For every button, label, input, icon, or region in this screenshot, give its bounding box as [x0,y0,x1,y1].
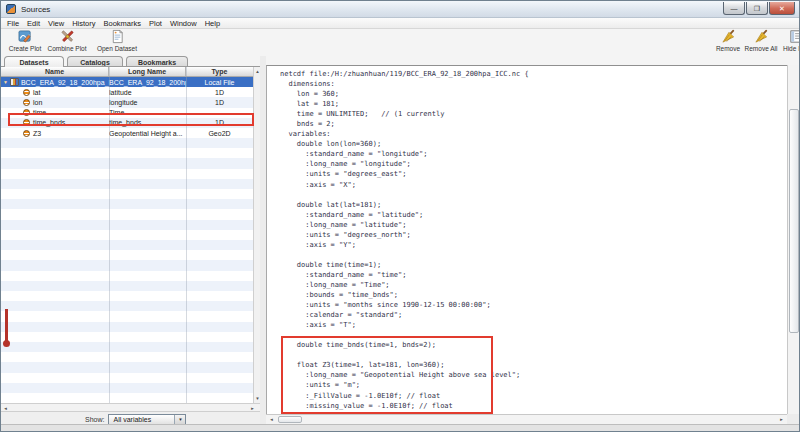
toolbar: Create Plot Combine Plot Open Dataset [1,29,799,56]
code-line: bnds = 2; [280,119,529,129]
remove-broom-icon [721,29,736,44]
variable-long-name: time_bnds [109,118,186,128]
code-line: double time(time=1); [280,260,529,270]
code-line [280,250,529,260]
show-variables-value: All variables [109,416,174,423]
code-line: :long_name = "longitude"; [280,159,529,169]
table-horizontal-scrollbar[interactable]: ◄ ► [1,403,260,412]
open-dataset-label: Open Dataset [97,45,137,52]
combine-plot-label: Combine Plot [47,45,86,52]
ncdump-panel[interactable]: netcdf file:/H:/zhuanhuan/119/BCC_ERA_92… [266,65,787,414]
column-header-name[interactable]: Name [1,67,109,76]
column-header-type[interactable]: Type [186,67,253,76]
expander-icon[interactable]: ▼ [3,80,8,85]
show-label: Show: [85,416,104,423]
menu-item[interactable]: Bookmarks [100,18,146,29]
code-line: :axis = "Y"; [280,240,529,250]
table-header: Name Long Name Type [1,67,253,77]
code-line: :units = "degrees_north"; [280,230,529,240]
create-plot-button[interactable]: Create Plot [3,29,47,56]
scroll-left-icon[interactable]: ◄ [1,404,10,412]
code-line: float Z3(time=1, lat=181, lon=360); [280,360,529,370]
menu-item[interactable]: View [44,18,68,29]
window-title: Sources [21,5,50,14]
menu-item[interactable]: Window [166,18,201,29]
app-icon [6,4,16,14]
variable-long-name: latitude [109,87,186,97]
code-line: double time_bnds(time=1, bnds=2); [280,340,529,350]
code-line: :long_name = "Time"; [280,280,529,290]
code-line: dimensions: [280,79,529,89]
variable-type: 1D [186,87,253,97]
variable-rows: lat latitude 1D lon longitude 1D time [1,87,253,138]
code-line: :standard_name = "latitude"; [280,210,529,220]
code-line: variables: [280,129,529,139]
variable-row[interactable]: Z3 Geopotential Height a... Geo2D [1,128,253,138]
scroll-right-icon[interactable]: ► [776,415,787,424]
code-line: lon = 360; [280,89,529,99]
maximize-button[interactable]: ❐ [746,2,768,15]
dataset-row[interactable]: ▼ BCC_ERA_92_18_200hpa_ICC.nc BCC_ERA_92… [1,77,253,87]
table-rows: ▼ BCC_ERA_92_18_200hpa_ICC.nc BCC_ERA_92… [1,77,253,138]
variable-row[interactable]: time Time — [1,108,253,118]
vertical-scroll-thumb[interactable] [789,109,799,333]
code-line: :units = "months since 1990-12-15 00:00:… [280,300,529,310]
variable-name: Z3 [33,130,41,137]
menu-bar: FileEditViewHistoryBookmarksPlotWindowHe… [1,18,799,29]
hide-info-label: Hide Info [783,45,800,52]
sources-window: Sources — ❐ ✕ FileEditViewHistoryBookmar… [0,0,800,432]
variable-name: time [33,109,46,116]
variable-icon [23,109,30,116]
remove-all-button[interactable]: Remove All [744,29,778,56]
code-line: :long_name = "Geopotential Height above … [280,370,529,380]
code-line: :missing_value = -1.0E10f; // float [280,401,529,411]
variable-name: time_bnds [33,119,65,126]
open-dataset-icon [110,29,125,44]
code-line: :_FillValue = -1.0E10f; // float [280,391,529,401]
code-line: lat = 181; [280,99,529,109]
remove-button[interactable]: Remove [713,29,743,56]
close-button[interactable]: ✕ [769,2,795,15]
variable-type: 1D [186,118,253,128]
variable-name: lat [33,89,40,96]
code-line [280,330,529,340]
variable-row[interactable]: lon longitude 1D [1,97,253,107]
menu-item[interactable]: Plot [145,18,166,29]
table-empty-area [1,138,253,403]
ncdump-horizontal-scrollbar[interactable]: ◄ ► [266,414,787,424]
menu-item[interactable]: File [3,18,23,29]
title-bar[interactable]: Sources — ❐ ✕ [1,1,799,18]
menu-item[interactable]: History [68,18,99,29]
scroll-right-icon[interactable]: ► [248,404,257,412]
code-line: time = UNLIMITED; // (1 currently [280,109,529,119]
code-line: double lat(lat=181); [280,200,529,210]
minimize-button[interactable]: — [723,2,745,15]
hide-info-button[interactable]: Hide Info [779,29,800,56]
menu-item[interactable]: Help [201,18,224,29]
variable-row[interactable]: time_bnds time_bnds 1D [1,118,253,128]
ncdump-vertical-scrollbar[interactable] [787,65,799,414]
variable-icon [23,130,30,137]
column-header-long-name[interactable]: Long Name [109,67,186,76]
code-line: :long_name = "latitude"; [280,220,529,230]
combo-dropdown-icon[interactable]: ▼ [174,415,185,424]
variable-icon [23,119,30,126]
datasets-panel: Name Long Name Type ▼ BCC_ERA_92_18_200h… [1,66,260,411]
variable-row[interactable]: lat latitude 1D [1,87,253,97]
code-line [280,350,529,360]
dataset-type: Local File [186,77,253,87]
horizontal-scroll-thumb[interactable] [278,416,302,423]
combine-plot-button[interactable]: Combine Plot [45,29,89,56]
variable-long-name: longitude [109,97,186,107]
remove-all-broom-icon [754,29,769,44]
tab-datasets[interactable]: Datasets [4,56,64,67]
code-line: :units = "m"; [280,380,529,390]
table-vertical-scrollbar[interactable]: ▲ ▼ [253,67,260,403]
variable-icon [23,99,30,106]
show-variables-combobox[interactable]: All variables ▼ [108,414,186,425]
variable-name: lon [33,99,42,106]
open-dataset-button[interactable]: Open Dataset [93,29,141,56]
combine-plot-icon [60,29,75,44]
menu-item[interactable]: Edit [23,18,44,29]
scroll-left-icon[interactable]: ◄ [266,415,277,424]
